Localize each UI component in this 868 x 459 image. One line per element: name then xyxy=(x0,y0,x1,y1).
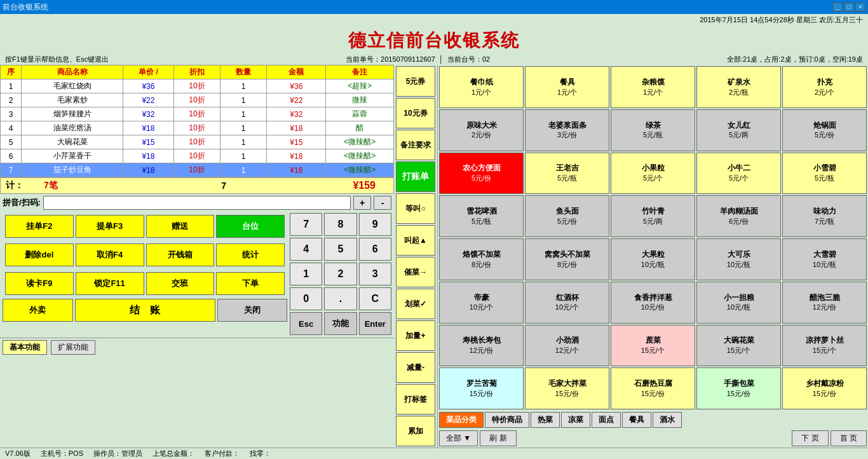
gift-button[interactable]: 赠送 xyxy=(146,215,215,238)
mid-btn-mark-done[interactable]: 划菜✓ xyxy=(396,289,435,319)
cat-tab-面点[interactable]: 面点 xyxy=(592,412,621,428)
table-row[interactable]: 3 烟笋辣腰片 ¥32 10折 1 ¥32 蒜蓉 xyxy=(1,107,394,121)
mid-btn-wait[interactable]: 等叫○ xyxy=(396,193,435,224)
num-btn-6[interactable]: 6 xyxy=(359,238,391,261)
product-item[interactable]: 炝锅面5元/份 xyxy=(782,109,867,151)
next-page-button[interactable]: 下 页 xyxy=(792,430,828,446)
cat-tab-酒水[interactable]: 酒水 xyxy=(653,412,682,428)
product-item[interactable]: 食香拌洋葱10元/份 xyxy=(611,282,695,324)
product-item[interactable]: 绿茶5元/瓶 xyxy=(611,109,695,151)
product-item[interactable]: 王老吉5元/瓶 xyxy=(525,153,609,195)
num-btn-3[interactable]: 3 xyxy=(359,263,391,285)
close-func-button[interactable]: 关闭 xyxy=(217,299,288,322)
num-btn-1[interactable]: 1 xyxy=(290,263,322,285)
product-item[interactable]: 乡村戴凉粉15元/份 xyxy=(782,367,867,409)
product-item[interactable]: 小一担粮10元/瓶 xyxy=(696,282,781,324)
num-btn-5[interactable]: 5 xyxy=(324,238,356,261)
product-item[interactable]: 小牛二5元/个 xyxy=(696,153,781,195)
pinyin-input[interactable] xyxy=(43,196,351,210)
product-item[interactable]: 毛家大拌菜15元/份 xyxy=(525,367,609,409)
product-item[interactable]: 烙馍不加菜8元/份 xyxy=(439,238,524,280)
basic-func-tab[interactable]: 基本功能 xyxy=(3,340,47,355)
product-item[interactable]: 扑克2元/个 xyxy=(782,66,867,108)
cat-tab-餐具[interactable]: 餐具 xyxy=(622,412,651,428)
功能-button[interactable]: 功能 xyxy=(324,312,356,335)
product-item[interactable]: 矿泉水2元/瓶 xyxy=(696,66,781,108)
home-page-button[interactable]: 首 页 xyxy=(831,430,867,446)
mid-btn-urge[interactable]: 催菜→ xyxy=(396,257,435,287)
category-dropdown[interactable]: 全部 ▼ xyxy=(439,430,478,446)
num-btn-8[interactable]: 8 xyxy=(324,213,356,236)
table-row[interactable]: 6 小芹菜香干 ¥18 10折 1 ¥18 <微辣醋> xyxy=(1,149,394,163)
num-btn-0[interactable]: 0 xyxy=(290,287,322,310)
minus-button[interactable]: - xyxy=(374,196,391,210)
product-item[interactable]: 味动力7元/瓶 xyxy=(782,195,867,237)
maximize-button[interactable]: □ xyxy=(844,3,854,11)
product-item[interactable]: 原味大米2元/份 xyxy=(439,109,524,151)
product-item[interactable]: 小果粒5元/个 xyxy=(611,153,695,195)
table-row[interactable]: 4 油菜疙瘩汤 ¥18 10折 1 ¥18 醋 xyxy=(1,121,394,135)
product-item[interactable]: 农心方便面5元/份 xyxy=(439,153,524,195)
product-item[interactable]: 女儿红5元/两 xyxy=(696,109,781,151)
product-item[interactable]: 寿桃长寿包12元/份 xyxy=(439,325,524,367)
table-row[interactable]: 2 毛家素炒 ¥22 10折 1 ¥22 微辣 xyxy=(1,93,394,107)
num-btn-2[interactable]: 2 xyxy=(324,263,356,285)
num-btn-4[interactable]: 4 xyxy=(290,238,322,261)
product-item[interactable]: 大果粒10元/瓶 xyxy=(611,238,695,280)
mid-btn-add-qty[interactable]: 加量+ xyxy=(396,320,435,351)
close-button[interactable]: × xyxy=(855,3,865,11)
mid-btn-call[interactable]: 叫起▲ xyxy=(396,225,435,256)
mid-btn-tag[interactable]: 打标签 xyxy=(396,384,435,414)
product-item[interactable]: 罗兰苦菊15元/份 xyxy=(439,367,524,409)
product-item[interactable]: 鱼头面5元/份 xyxy=(525,195,609,237)
mid-btn-voucher10[interactable]: 10元券 xyxy=(396,98,435,128)
product-item[interactable]: 凉拌萝卜丝15元/个 xyxy=(782,325,867,367)
place-order-button[interactable]: 下单 xyxy=(216,272,285,295)
mid-btn-accumulate[interactable]: 累加 xyxy=(396,416,435,446)
product-item[interactable]: 羊肉糊汤面6元/份 xyxy=(696,195,781,237)
cat-tab-热菜[interactable]: 热菜 xyxy=(531,412,560,428)
num-btn-7[interactable]: 7 xyxy=(290,213,322,236)
product-item[interactable]: 老婆浆面条3元/份 xyxy=(525,109,609,151)
mid-btn-voucher5[interactable]: 5元券 xyxy=(396,66,435,97)
cat-tab-菜品分类[interactable]: 菜品分类 xyxy=(439,412,484,428)
extend-func-tab[interactable]: 扩展功能 xyxy=(51,340,95,355)
lock-button[interactable]: 锁定F11 xyxy=(76,272,144,295)
product-item[interactable]: 大可乐10元/瓶 xyxy=(696,238,781,280)
product-item[interactable]: 醋泡三脆12元/份 xyxy=(782,282,867,324)
checkout-button[interactable]: 结 账 xyxy=(75,299,215,322)
product-item[interactable]: 红酒杯10元/个 xyxy=(525,282,609,324)
minimize-button[interactable]: _ xyxy=(832,3,843,11)
product-item[interactable]: 大雪碧10元/瓶 xyxy=(782,238,867,280)
statistics-button[interactable]: 统计 xyxy=(216,243,285,266)
table-row[interactable]: 7 茄子炒豆角 ¥18 10折 1 ¥18 <微辣醋> xyxy=(1,163,394,177)
product-item[interactable]: 小雪碧5元/瓶 xyxy=(782,153,867,195)
cash-drawer-button[interactable]: 开钱箱 xyxy=(146,243,215,266)
refresh-button[interactable]: 刷 新 xyxy=(480,430,516,446)
product-item[interactable]: 杂粮馍1元/个 xyxy=(611,66,695,108)
product-item[interactable]: 竹叶青5元/两 xyxy=(611,195,695,237)
pick-order-button[interactable]: 提单F3 xyxy=(76,215,144,238)
cat-tab-凉菜[interactable]: 凉菜 xyxy=(561,412,590,428)
Enter-button[interactable]: Enter xyxy=(359,312,391,335)
product-item[interactable]: 大碗花菜15元/个 xyxy=(696,325,781,367)
read-card-button[interactable]: 读卡F9 xyxy=(5,272,74,295)
num-btn-C[interactable]: C xyxy=(359,287,391,310)
takeout-button[interactable]: 外卖 xyxy=(3,299,73,322)
product-item[interactable]: 雪花啤酒5元/瓶 xyxy=(439,195,524,237)
product-item[interactable]: 蔗菜15元/个 xyxy=(611,325,695,367)
Esc-button[interactable]: Esc xyxy=(290,312,322,335)
mid-btn-reduce-qty[interactable]: 减量- xyxy=(396,352,435,383)
table-row[interactable]: 1 毛家红烧肉 ¥36 10折 1 ¥36 <超辣> xyxy=(1,79,394,93)
plus-button[interactable]: + xyxy=(353,196,371,210)
table-button[interactable]: 台位 xyxy=(216,215,285,238)
mid-btn-print-bill[interactable]: 打账单 xyxy=(396,161,435,192)
product-item[interactable]: 餐具1元/个 xyxy=(525,66,609,108)
mid-btn-note-req[interactable]: 备注要求 xyxy=(396,130,435,160)
table-row[interactable]: 5 大碗花菜 ¥15 10折 1 ¥15 <微辣醋> xyxy=(1,135,394,149)
product-item[interactable]: 手撕包菜15元/份 xyxy=(696,367,781,409)
num-btn-.[interactable]: . xyxy=(324,287,356,310)
cat-tab-特价商品[interactable]: 特价商品 xyxy=(485,412,529,428)
cancel-button[interactable]: 取消F4 xyxy=(76,243,144,266)
delete-button[interactable]: 删除del xyxy=(5,243,74,266)
